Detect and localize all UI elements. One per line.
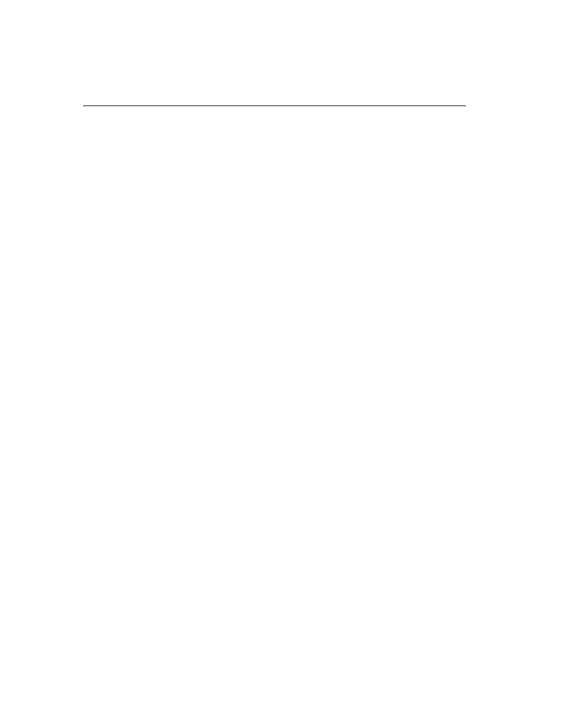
horizontal-rule: [83, 106, 466, 106]
document-page: [0, 0, 562, 728]
